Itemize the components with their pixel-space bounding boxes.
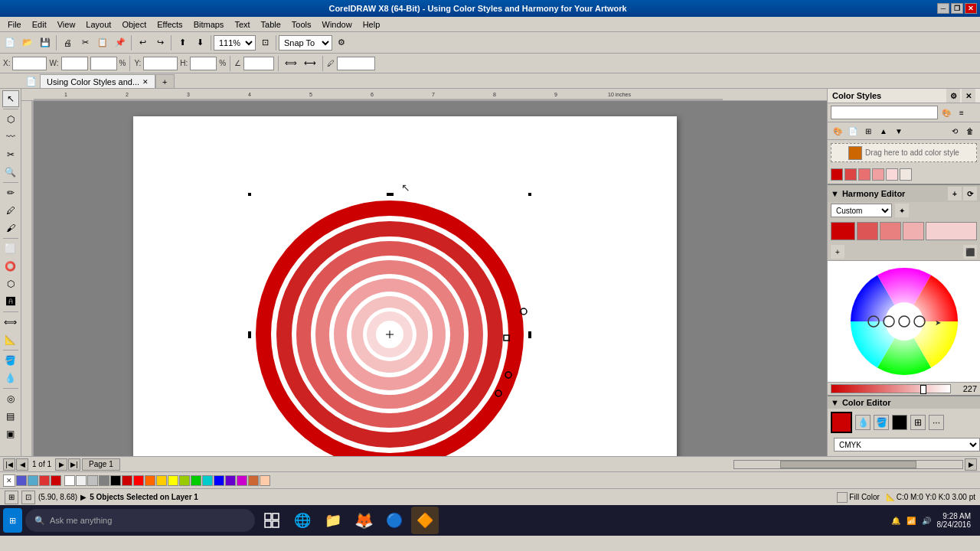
canvas-surface[interactable]: ↖ — [34, 101, 827, 456]
p-green[interactable] — [191, 475, 201, 486]
coreldraw-icon[interactable]: 🔶 — [411, 507, 439, 534]
ellipse-tool[interactable]: ⭕ — [2, 258, 19, 275]
save-button[interactable]: 💾 — [37, 34, 54, 51]
swatch-4[interactable] — [872, 168, 884, 181]
snap-combo[interactable]: Snap To — [279, 35, 332, 51]
print-button[interactable]: 🖨 — [59, 34, 76, 51]
outline-tool[interactable]: ◎ — [2, 390, 19, 407]
freehand-tool[interactable]: ✏ — [2, 184, 19, 201]
menu-view[interactable]: View — [53, 18, 80, 31]
tab-close-icon[interactable]: ✕ — [142, 78, 149, 86]
menu-bitmaps[interactable]: Bitmaps — [189, 18, 229, 31]
text-tool[interactable]: 🅰 — [2, 293, 19, 310]
p-black[interactable] — [110, 475, 121, 486]
shadow-tool[interactable]: ▤ — [2, 408, 19, 425]
h-swatch-2[interactable] — [857, 222, 878, 240]
transparency-tool[interactable]: ▣ — [2, 425, 19, 442]
copy-button[interactable]: 📋 — [94, 34, 111, 51]
new-tab-button[interactable]: + — [155, 74, 174, 88]
document-tab[interactable]: Using Color Styles and... ✕ — [40, 74, 155, 88]
convert-icon[interactable]: ⟲ — [948, 124, 962, 138]
y-input[interactable]: 6.8 — [143, 57, 178, 70]
cut-button[interactable]: ✂ — [77, 34, 93, 51]
bezier-tool[interactable]: 🖊 — [2, 202, 19, 219]
taskbar-search[interactable]: 🔍 Ask me anything — [25, 509, 255, 532]
last-page-button[interactable]: ▶| — [68, 458, 80, 471]
notification-icon[interactable]: 🔔 — [891, 517, 900, 525]
h-swatch-3[interactable] — [880, 222, 901, 240]
artistic-tool[interactable]: 🖌 — [2, 220, 19, 236]
minimize-button[interactable]: ─ — [937, 3, 949, 14]
menu-table[interactable]: Table — [256, 18, 286, 31]
p-peach[interactable] — [260, 475, 270, 486]
open-button[interactable]: 📂 — [19, 34, 36, 51]
p-red1[interactable] — [122, 475, 132, 486]
x-input[interactable]: 3.88 — [12, 57, 47, 70]
menu-tools[interactable]: Tools — [287, 18, 316, 31]
scroll-right-button[interactable]: ▶ — [965, 458, 977, 471]
shape-tool[interactable]: ⬡ — [2, 111, 19, 128]
window-controls[interactable]: ─ ❐ ✕ — [937, 3, 977, 14]
paste-button[interactable]: 📌 — [112, 34, 129, 51]
zoom-tool[interactable]: 🔍 — [2, 164, 19, 181]
firefox-icon[interactable]: 🦊 — [350, 507, 377, 534]
swatch-1[interactable] — [831, 168, 843, 181]
menu-file[interactable]: File — [3, 18, 26, 31]
h-swatch-4[interactable] — [903, 222, 924, 240]
snap-icon[interactable]: ⊞ — [5, 491, 18, 504]
h-swatch-5[interactable] — [926, 222, 977, 240]
stroke-input[interactable]: 3.0 pt — [337, 57, 375, 70]
p-magenta[interactable] — [237, 475, 247, 486]
palette-darkred-swatch[interactable] — [51, 475, 61, 486]
undo-button[interactable]: ↩ — [134, 34, 151, 51]
p-purple[interactable] — [225, 475, 236, 486]
harmony-collapse-icon[interactable]: ▼ — [831, 189, 839, 198]
connector-tool[interactable]: 📐 — [2, 331, 19, 348]
black-swatch[interactable] — [892, 415, 907, 430]
p-gray[interactable] — [99, 475, 109, 486]
p-lightgray[interactable] — [76, 475, 87, 486]
zoom-combo[interactable]: 111% 100% 75% 50% — [214, 35, 256, 51]
current-color-box[interactable] — [831, 412, 852, 433]
harmony-reset-icon[interactable]: ⟳ — [963, 187, 977, 201]
panel-settings-icon[interactable]: ⚙ — [946, 89, 960, 103]
more-options-icon[interactable]: ··· — [929, 415, 944, 430]
drag-color-area[interactable]: Drag here to add color style — [831, 143, 977, 162]
new-color-style-icon[interactable]: 🎨 — [831, 124, 844, 138]
new-button[interactable]: 📄 — [2, 34, 18, 51]
mirror-v-button[interactable]: ⟷ — [302, 55, 318, 72]
doc-icon[interactable]: 📄 — [23, 74, 40, 88]
first-page-button[interactable]: |◀ — [3, 458, 15, 471]
file-explorer-icon[interactable]: 📁 — [319, 507, 347, 534]
menu-object[interactable]: Object — [117, 18, 151, 31]
crop-tool[interactable]: ✂ — [2, 146, 19, 163]
options-button[interactable]: ⚙ — [333, 34, 350, 51]
p-silver[interactable] — [87, 475, 98, 486]
add-harmony-icon[interactable]: ✦ — [895, 204, 909, 217]
p-red2[interactable] — [133, 475, 144, 486]
zoom-fit-button[interactable]: ⊡ — [256, 34, 273, 51]
rectangle-tool[interactable]: ⬜ — [2, 240, 19, 257]
color-style-name-input[interactable]: ColorStyle1 — [831, 106, 938, 119]
eyedropper-tool[interactable]: 💧 — [2, 370, 19, 386]
p-yellow2[interactable] — [168, 475, 178, 486]
wifi-icon[interactable]: 📶 — [906, 517, 916, 525]
import-button[interactable]: ⬆ — [174, 34, 191, 51]
color-style-add-icon[interactable]: 🎨 — [939, 106, 953, 119]
harmony-mode-select[interactable]: Custom Complementary Triadic — [831, 204, 892, 217]
p-white[interactable] — [64, 475, 75, 486]
close-button[interactable]: ✕ — [965, 3, 977, 14]
harmony-palette-icon[interactable]: ⬛ — [963, 245, 977, 259]
page-tab[interactable]: Page 1 — [82, 458, 120, 471]
p-orange[interactable] — [145, 475, 155, 486]
task-view-button[interactable] — [258, 507, 286, 534]
grid-view-icon[interactable]: ⊞ — [910, 415, 926, 430]
copy-icon[interactable]: ⊞ — [861, 124, 875, 138]
palette-blue-swatch[interactable] — [16, 475, 27, 486]
fill-tool[interactable]: 🪣 — [2, 352, 19, 369]
swatch-2[interactable] — [844, 168, 857, 181]
p-cyan[interactable] — [202, 475, 213, 486]
restore-button[interactable]: ❐ — [951, 3, 963, 14]
width-input[interactable]: 4.0 — [61, 57, 88, 70]
swatch-3[interactable] — [858, 168, 871, 181]
